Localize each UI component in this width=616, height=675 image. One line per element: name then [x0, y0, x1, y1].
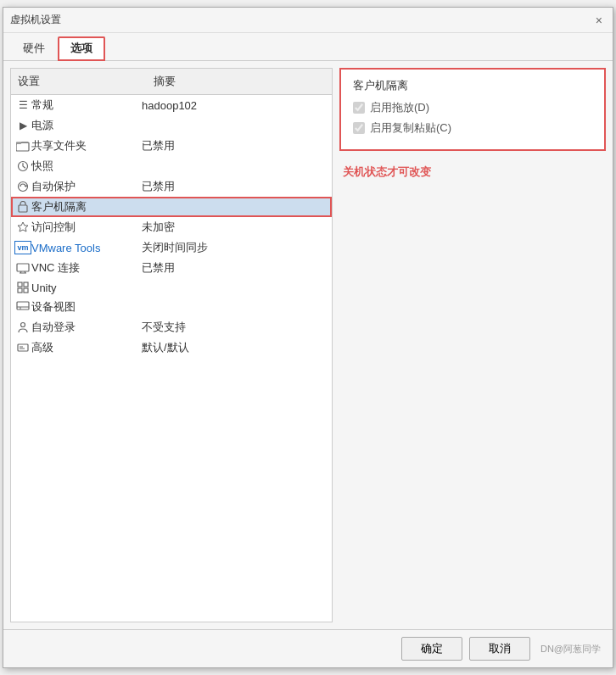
advanced-label: 高级 — [31, 340, 142, 355]
svg-rect-9 — [18, 288, 22, 293]
unity-label: Unity — [31, 282, 142, 294]
advanced-value: 默认/默认 — [142, 340, 189, 355]
enable-paste-label: 启用复制粘贴(C) — [370, 120, 451, 136]
access-control-icon — [14, 220, 31, 234]
guest-isolation-label: 客户机隔离 — [31, 199, 142, 215]
watermark: DN@阿葱同学 — [540, 643, 601, 655]
device-view-icon — [14, 300, 31, 314]
cancel-button[interactable]: 取消 — [469, 637, 530, 661]
enable-paste-checkbox[interactable] — [353, 122, 365, 134]
svg-rect-13 — [18, 344, 28, 351]
general-label: 常规 — [31, 98, 142, 113]
access-control-label: 访问控制 — [31, 220, 142, 235]
window-title: 虚拟机设置 — [10, 13, 61, 27]
power-icon: ▶ — [14, 119, 31, 132]
settings-list: ☰ 常规 hadoop102 ▶ 电源 共享文件夹 已禁用 — [11, 95, 332, 622]
row-general[interactable]: ☰ 常规 hadoop102 — [11, 95, 332, 115]
isolation-title: 客户机隔离 — [353, 78, 592, 93]
access-control-value: 未加密 — [142, 220, 175, 235]
warning-text: 关机状态才可改变 — [339, 165, 606, 180]
row-auto-protect[interactable]: 自动保护 已禁用 — [11, 176, 332, 197]
ok-button[interactable]: 确定 — [401, 637, 462, 661]
vmware-tools-value: 关闭时间同步 — [142, 240, 208, 255]
row-unity[interactable]: Unity — [11, 278, 332, 297]
left-panel: 设置 摘要 ☰ 常规 hadoop102 ▶ 电源 — [10, 68, 333, 622]
vnc-label: VNC 连接 — [31, 260, 142, 276]
general-value: hadoop102 — [142, 99, 197, 112]
vnc-icon — [14, 261, 31, 275]
svg-rect-7 — [18, 282, 22, 287]
footer: 确定 取消 DN@阿葱同学 — [3, 629, 613, 667]
svg-rect-6 — [17, 264, 29, 271]
enable-drag-checkbox[interactable] — [353, 102, 365, 114]
svg-rect-8 — [24, 282, 28, 287]
row-snapshot[interactable]: 快照 — [11, 156, 332, 176]
svg-rect-10 — [24, 288, 28, 293]
row-guest-isolation[interactable]: 客户机隔离 — [11, 197, 332, 217]
advanced-icon — [14, 341, 31, 354]
autologin-icon — [14, 321, 31, 334]
auto-protect-label: 自动保护 — [31, 179, 142, 194]
row-access-control[interactable]: 访问控制 未加密 — [11, 217, 332, 237]
close-button[interactable]: × — [592, 14, 606, 27]
svg-rect-11 — [17, 302, 29, 310]
vmware-tools-icon: vm — [14, 241, 31, 254]
power-label: 电源 — [31, 118, 142, 133]
device-view-label: 设备视图 — [31, 299, 142, 315]
guest-isolation-icon — [14, 200, 31, 214]
shared-folders-value: 已禁用 — [142, 138, 175, 153]
row-vnc[interactable]: VNC 连接 已禁用 — [11, 258, 332, 278]
svg-marker-5 — [18, 222, 28, 232]
tab-options[interactable]: 选项 — [58, 36, 105, 61]
col-settings-header: 设置 — [11, 72, 147, 91]
auto-protect-icon — [14, 180, 31, 193]
tabs-bar: 硬件 选项 — [3, 33, 613, 61]
general-icon: ☰ — [14, 98, 31, 112]
row-advanced[interactable]: 高级 默认/默认 — [11, 338, 332, 358]
snapshot-label: 快照 — [31, 159, 142, 174]
autologin-value: 不受支持 — [142, 320, 186, 335]
main-window: 虚拟机设置 × 硬件 选项 设置 摘要 ☰ 常规 hadoop102 — [3, 7, 613, 668]
enable-paste-row: 启用复制粘贴(C) — [353, 120, 592, 136]
isolation-box: 客户机隔离 启用拖放(D) 启用复制粘贴(C) — [339, 68, 606, 151]
svg-rect-4 — [19, 205, 27, 212]
right-panel: 客户机隔离 启用拖放(D) 启用复制粘贴(C) 关机状态才可改变 — [339, 68, 606, 622]
row-shared-folders[interactable]: 共享文件夹 已禁用 — [11, 136, 332, 156]
row-power[interactable]: ▶ 电源 — [11, 115, 332, 136]
col-summary-header: 摘要 — [147, 72, 182, 91]
auto-protect-value: 已禁用 — [142, 179, 175, 194]
snapshot-icon — [14, 159, 31, 173]
enable-drag-label: 启用拖放(D) — [370, 100, 429, 115]
vnc-value: 已禁用 — [142, 260, 175, 276]
shared-folder-icon — [14, 139, 31, 153]
row-device-view[interactable]: 设备视图 — [11, 297, 332, 317]
enable-drag-row: 启用拖放(D) — [353, 100, 592, 115]
svg-point-12 — [21, 323, 25, 327]
shared-folders-label: 共享文件夹 — [31, 138, 142, 153]
unity-icon — [14, 281, 31, 294]
title-bar: 虚拟机设置 × — [3, 8, 613, 33]
row-autologin[interactable]: 自动登录 不受支持 — [11, 317, 332, 338]
autologin-label: 自动登录 — [31, 320, 142, 335]
tab-hardware[interactable]: 硬件 — [10, 36, 58, 60]
main-content: 设置 摘要 ☰ 常规 hadoop102 ▶ 电源 — [3, 61, 613, 629]
vmware-tools-label: VMware Tools — [31, 242, 142, 254]
svg-rect-1 — [16, 142, 21, 144]
panel-header: 设置 摘要 — [11, 69, 332, 95]
row-vmware-tools[interactable]: vm VMware Tools 关闭时间同步 — [11, 237, 332, 258]
